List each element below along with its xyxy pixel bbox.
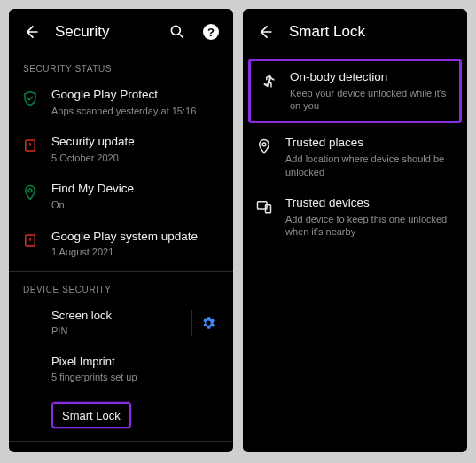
row-play-system-update[interactable]: Google Play system update 1 August 2021 [9, 221, 233, 268]
row-label: Google Play Protect [51, 88, 221, 103]
shield-check-icon [21, 90, 39, 107]
alert-chip-icon [21, 137, 39, 154]
row-sub: Add location where device should be unlo… [285, 153, 455, 178]
row-label: Pixel Imprint [51, 355, 221, 369]
section-security-status: SECURITY STATUS [9, 55, 233, 79]
row-label: Trusted devices [285, 196, 455, 211]
security-settings-screen: Security ? SECURITY STATUS Google Play P… [9, 9, 233, 452]
row-trusted-places[interactable]: Trusted places Add location where device… [243, 127, 467, 186]
location-pin-icon [21, 184, 39, 201]
row-sub: On [51, 199, 221, 211]
row-label: On-body detection [290, 70, 450, 85]
row-label: Security update [51, 135, 221, 150]
row-screen-lock[interactable]: Screen lock PIN [9, 300, 233, 347]
row-trusted-devices[interactable]: Trusted devices Add device to keep this … [243, 187, 467, 247]
walking-person-icon [260, 72, 277, 90]
divider [9, 271, 233, 272]
row-smart-lock[interactable]: Smart Lock [9, 393, 233, 437]
back-arrow-icon[interactable] [21, 22, 41, 42]
row-label: Find My Device [51, 182, 221, 197]
row-label: Google Play system update [51, 230, 221, 245]
search-icon[interactable] [168, 22, 187, 42]
scroll-area: SECURITY STATUS Google Play Protect Apps… [9, 55, 233, 452]
help-icon[interactable]: ? [201, 22, 221, 42]
row-sub: Add device to keep this one unlocked whe… [285, 213, 455, 239]
smart-lock-screen: Smart Lock On-body detection Keep your d… [243, 9, 467, 452]
row-sub: Apps scanned yesterday at 15:16 [51, 105, 221, 117]
divider [9, 441, 233, 442]
row-device-admin[interactable]: Device admin apps 1 active app [9, 445, 233, 452]
highlight-smart-lock: Smart Lock [51, 402, 131, 428]
gear-icon[interactable] [191, 310, 224, 336]
devices-icon [255, 198, 273, 216]
row-security-update[interactable]: Security update 5 October 2020 [9, 126, 233, 173]
location-pin-icon [255, 137, 273, 155]
svg-point-2 [28, 189, 32, 192]
row-sub: 5 October 2020 [51, 152, 221, 164]
row-pixel-imprint[interactable]: Pixel Imprint 5 fingerprints set up [9, 346, 233, 393]
page-title: Smart Lock [289, 23, 455, 41]
row-label: Smart Lock [62, 409, 121, 422]
svg-point-5 [262, 143, 266, 146]
row-sub: 1 August 2021 [51, 246, 221, 258]
row-find-my-device[interactable]: Find My Device On [9, 173, 233, 220]
page-title: Security [55, 23, 153, 41]
svg-point-0 [171, 26, 180, 35]
section-device-security: DEVICE SECURITY [9, 276, 233, 300]
back-arrow-icon[interactable] [255, 22, 275, 42]
row-play-protect[interactable]: Google Play Protect Apps scanned yesterd… [9, 79, 233, 126]
row-label: Trusted places [285, 136, 455, 151]
alert-chip-icon [21, 232, 39, 249]
row-sub: Keep your device unlocked while it's on … [290, 87, 450, 113]
row-sub: 5 fingerprints set up [51, 371, 221, 383]
app-bar: Smart Lock [243, 9, 467, 55]
app-bar: Security ? [9, 9, 233, 55]
row-onbody-detection[interactable]: On-body detection Keep your device unloc… [248, 59, 462, 123]
